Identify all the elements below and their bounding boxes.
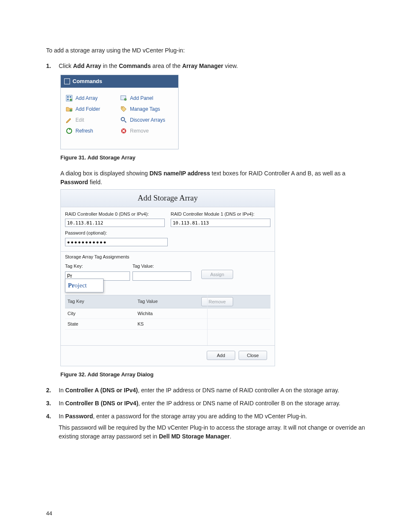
svg-rect-3 <box>67 99 69 100</box>
figure-31-caption: Figure 31. Add Storage Array <box>60 154 366 162</box>
tag-table-header: Tag Key Tag Value Remove <box>65 295 270 308</box>
password-input[interactable] <box>65 238 168 246</box>
folder-add-icon <box>66 106 73 112</box>
controller-0-input[interactable] <box>65 219 165 227</box>
cmd-discover-arrays[interactable]: Discover Arrays <box>119 115 174 125</box>
tag-table-head-value: Tag Value <box>135 296 199 307</box>
table-row[interactable]: City Wichita <box>65 308 270 319</box>
autocomplete-option-project[interactable]: Project <box>65 279 103 292</box>
figure-32-caption: Figure 32. Add Storage Array Dialog <box>60 370 366 379</box>
step-3-number: 3. <box>46 399 59 408</box>
commands-panel: Commands Add Array Add Folder Edit R <box>60 75 179 149</box>
tag-value-label: Tag Value: <box>132 263 191 270</box>
panel-add-icon <box>120 95 127 102</box>
tag-key-label: Tag Key: <box>65 263 130 270</box>
controller-1-input[interactable] <box>171 219 270 227</box>
tag-value-input[interactable] <box>132 271 191 281</box>
cmd-manage-tags[interactable]: Manage Tags <box>119 104 174 115</box>
svg-point-8 <box>124 98 127 101</box>
tag-row-key: City <box>65 308 135 319</box>
cmd-add-array[interactable]: Add Array <box>65 93 119 104</box>
tag-table-head-key: Tag Key <box>65 296 135 307</box>
table-row[interactable]: State KS <box>65 319 270 330</box>
step-2-body: In Controller A (DNS or IPv4), enter the… <box>59 386 366 395</box>
cmd-refresh[interactable]: Refresh <box>65 125 119 136</box>
tag-icon <box>120 106 127 112</box>
step-4-body: In Password, enter a password for the st… <box>59 412 366 441</box>
add-button[interactable]: Add <box>207 351 235 360</box>
dialog-intro-text: A dialog box is displayed showing DNS na… <box>60 169 366 187</box>
pencil-icon <box>66 117 73 123</box>
refresh-icon <box>66 128 73 134</box>
svg-point-10 <box>121 117 125 121</box>
remove-button[interactable]: Remove <box>201 297 233 306</box>
cmd-edit[interactable]: Edit <box>65 115 119 125</box>
step-3-body: In Controller B (DNS or IPv4), enter the… <box>59 399 366 408</box>
add-storage-array-dialog: Add Storage Array RAID Controller Module… <box>60 189 275 366</box>
step-2-number: 2. <box>46 386 59 395</box>
page-number: 44 <box>46 509 52 518</box>
svg-point-5 <box>70 109 72 112</box>
collapse-icon <box>64 78 70 84</box>
close-button[interactable]: Close <box>239 351 267 360</box>
step-4-number: 4. <box>46 412 59 421</box>
controller-0-label: RAID Controller Module 0 (DNS or IPv4): <box>65 211 165 218</box>
dialog-title: Add Storage Array <box>61 190 275 207</box>
password-label: Password (optional): <box>65 229 270 237</box>
svg-rect-1 <box>67 96 69 98</box>
svg-point-9 <box>122 107 123 108</box>
cmd-add-panel[interactable]: Add Panel <box>119 93 174 104</box>
tag-row-value: Wichita <box>135 308 199 319</box>
step-1-number: 1. <box>46 62 59 70</box>
step-1-body: Click Add Array in the Commands area of … <box>59 62 366 70</box>
cmd-add-folder[interactable]: Add Folder <box>65 104 119 115</box>
svg-point-4 <box>70 99 72 101</box>
step-3: 3. In Controller B (DNS or IPv4), enter … <box>46 399 366 408</box>
step-1: 1. Click Add Array in the Commands area … <box>46 62 366 70</box>
step-2: 2. In Controller A (DNS or IPv4), enter … <box>46 386 366 395</box>
commands-panel-title: Commands <box>61 75 178 88</box>
assign-button[interactable]: Assign <box>201 270 233 279</box>
tag-section-header: Storage Array Tag Assignments <box>65 252 270 263</box>
tag-row-value: KS <box>135 319 199 329</box>
intro-text: To add a storage array using the MD vCen… <box>46 46 366 55</box>
cmd-remove[interactable]: Remove <box>119 125 174 136</box>
grid-add-icon <box>66 95 73 102</box>
search-icon <box>120 117 127 123</box>
controller-1-label: RAID Controller Module 1 (DNS or IPv4): <box>171 211 270 218</box>
remove-icon <box>120 128 127 134</box>
tag-row-key: State <box>65 319 135 329</box>
step-4: 4. In Password, enter a password for the… <box>46 412 366 441</box>
svg-rect-2 <box>70 96 71 98</box>
tag-key-autocomplete[interactable]: Project <box>65 279 104 292</box>
